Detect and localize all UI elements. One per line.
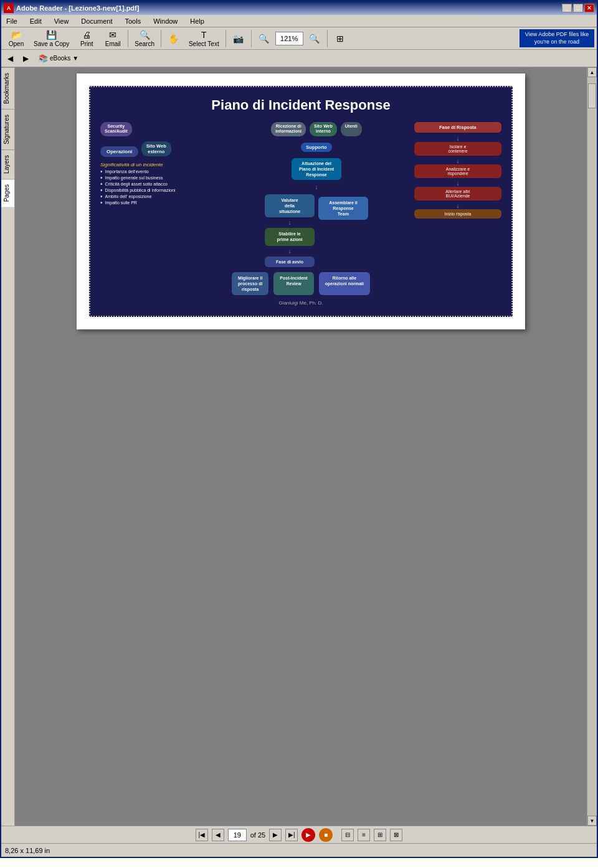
print-button[interactable]: 🖨 Print bbox=[74, 29, 99, 49]
window-frame: A Adobe Reader - [Lezione3-new[1].pdf] _… bbox=[0, 0, 598, 858]
slide-title: Piano di Incident Response bbox=[100, 97, 501, 113]
separator-1 bbox=[128, 30, 128, 47]
hand-tool-button[interactable]: ✋ bbox=[164, 29, 184, 49]
main-toolbar: 📂 Open 💾 Save a Copy 🖨 Print ✉ Email 🔍 S… bbox=[1, 27, 597, 50]
box-fase-avvio: Fase di avvio bbox=[265, 257, 315, 267]
zoom-input[interactable] bbox=[275, 32, 303, 45]
continuous-facing-button[interactable]: ⊠ bbox=[390, 829, 402, 841]
slide-right-column: Fase di Risposta ↓ Isolare econtenere ↓ … bbox=[414, 122, 501, 267]
bullet-2: • Impatto generale sul business bbox=[100, 176, 219, 181]
slide-center-column: Ricezione diinformazioni Sito Webinterno… bbox=[225, 122, 408, 267]
zoom-out-icon: 🔍 bbox=[258, 34, 270, 44]
sidebar-tab-bookmarks[interactable]: Bookmarks bbox=[1, 67, 14, 109]
stop-button[interactable]: ■ bbox=[319, 828, 333, 842]
slide-container: Piano di Incident Response SecurityScan/… bbox=[89, 86, 513, 317]
node-security-scan: SecurityScan/Audit bbox=[100, 122, 132, 136]
page-number-input[interactable] bbox=[228, 829, 247, 841]
separator-5 bbox=[327, 30, 328, 47]
left-sidebar: Bookmarks Signatures Layers Pages bbox=[1, 67, 15, 826]
menu-tools[interactable]: Tools bbox=[123, 16, 144, 26]
menu-view[interactable]: View bbox=[52, 16, 72, 26]
first-page-button[interactable]: |◀ bbox=[196, 829, 208, 841]
node-operazioni: Operazioni bbox=[100, 146, 138, 157]
menu-edit[interactable]: Edit bbox=[27, 16, 44, 26]
sidebar-tab-pages[interactable]: Pages bbox=[1, 179, 14, 207]
pdf-view-area: Piano di Incident Response SecurityScan/… bbox=[15, 67, 587, 826]
scroll-up-button[interactable]: ▲ bbox=[587, 67, 597, 77]
sidebar-tab-signatures[interactable]: Signatures bbox=[1, 109, 14, 149]
minimize-button[interactable]: _ bbox=[562, 4, 572, 12]
separator-2 bbox=[161, 30, 161, 47]
snapshot-button[interactable]: 📷 bbox=[229, 29, 249, 49]
page-dimensions: 8,26 x 11,69 in bbox=[5, 847, 50, 854]
email-icon: ✉ bbox=[107, 30, 119, 40]
zoom-out-button[interactable]: 🔍 bbox=[254, 29, 274, 49]
box-fase-risposta-label: Fase di Risposta bbox=[414, 122, 501, 133]
slide-diagram: SecurityScan/Audit Operazioni Sito Webes… bbox=[100, 122, 501, 267]
sidebar-tab-layers[interactable]: Layers bbox=[1, 149, 14, 179]
menu-help[interactable]: Help bbox=[187, 16, 207, 26]
save-copy-button[interactable]: 💾 Save a Copy bbox=[30, 29, 73, 49]
back-button[interactable]: ◀ bbox=[4, 51, 17, 66]
ebooks-dropdown-icon: ▼ bbox=[72, 55, 78, 62]
node-utenti: Utenti bbox=[341, 122, 362, 136]
adobe-banner: View Adobe PDF files like you're on the … bbox=[520, 29, 594, 47]
top-nodes-row: SecurityScan/Audit bbox=[100, 122, 219, 136]
scroll-thumb[interactable] bbox=[588, 83, 596, 108]
main-content-area: Bookmarks Signatures Layers Pages Piano … bbox=[1, 67, 597, 826]
fit-page-icon: ⊞ bbox=[334, 34, 346, 44]
node-sito-interno: Sito Webinterno bbox=[310, 122, 337, 136]
select-text-button[interactable]: T Select Text bbox=[185, 29, 223, 49]
center-process-col: Valutaredellasituazione ↓ Stabilire lepr… bbox=[265, 194, 315, 267]
email-button[interactable]: ✉ Email bbox=[100, 29, 125, 49]
vertical-scrollbar: ▲ ▼ bbox=[587, 67, 597, 826]
close-button[interactable]: ✕ bbox=[584, 4, 594, 12]
arrow-r3: ↓ bbox=[414, 180, 501, 187]
play-button[interactable]: ▶ bbox=[301, 828, 315, 842]
single-page-button[interactable]: ⊟ bbox=[341, 829, 354, 841]
open-icon: 📂 bbox=[10, 30, 22, 40]
continuous-button[interactable]: ≡ bbox=[358, 829, 370, 841]
sig-label: Significatività di un incidente bbox=[100, 162, 219, 167]
maximize-button[interactable]: □ bbox=[573, 4, 583, 12]
zoom-in-button[interactable]: 🔍 bbox=[305, 29, 325, 49]
zoom-in-icon: 🔍 bbox=[308, 34, 321, 44]
menu-document[interactable]: Document bbox=[78, 16, 115, 26]
forward-button[interactable]: ▶ bbox=[19, 51, 32, 66]
menu-bar: File Edit View Document Tools Window Hel… bbox=[1, 15, 597, 27]
box-inizio-risposta: Inizio risposta bbox=[414, 209, 501, 219]
open-button[interactable]: 📂 Open bbox=[4, 29, 29, 49]
node-sito-esterno: Sito Webesterno bbox=[141, 141, 171, 156]
navigation-bar: |◀ ◀ of 25 ▶ ▶| ▶ ■ ⊟ ≡ ⊞ ⊠ bbox=[1, 826, 597, 843]
prev-page-button[interactable]: ◀ bbox=[212, 829, 224, 841]
title-bar: A Adobe Reader - [Lezione3-new[1].pdf] _… bbox=[1, 1, 597, 15]
facing-button[interactable]: ⊞ bbox=[374, 829, 386, 841]
last-page-button[interactable]: ▶| bbox=[285, 829, 298, 841]
scroll-track[interactable] bbox=[587, 77, 597, 816]
status-bar: 8,26 x 11,69 in bbox=[1, 843, 597, 857]
scroll-down-button[interactable]: ▼ bbox=[587, 816, 597, 826]
select-icon: T bbox=[197, 30, 210, 40]
bottom-boxes-row: Migliorare ilprocesso dirisposta Post-In… bbox=[100, 272, 501, 295]
box-analizzare: Analizzare erispondere bbox=[414, 164, 501, 178]
box-allertare: Allertare altriBUI/Aziende bbox=[414, 187, 501, 200]
search-icon: 🔍 bbox=[138, 30, 151, 40]
search-button[interactable]: 🔍 Search bbox=[131, 29, 158, 49]
box-isolare: Isolare econtenere bbox=[414, 142, 501, 156]
node-supporto: Supporto bbox=[301, 143, 331, 152]
menu-window[interactable]: Window bbox=[151, 16, 180, 26]
separator-4 bbox=[251, 30, 252, 47]
fit-page-button[interactable]: ⊞ bbox=[330, 29, 350, 49]
print-icon: 🖨 bbox=[80, 30, 93, 40]
save-icon: 💾 bbox=[45, 30, 58, 40]
node-ricezione: Ricezione diinformazioni bbox=[271, 122, 306, 136]
arrow-r4: ↓ bbox=[414, 202, 501, 209]
app-icon: A bbox=[4, 3, 14, 13]
bullet-4: • Disponibilità pubblica di informazioni bbox=[100, 188, 219, 193]
center-mid-row: Valutaredellasituazione ↓ Stabilire lepr… bbox=[265, 194, 368, 267]
ebooks-button[interactable]: 📚 eBooks ▼ bbox=[35, 51, 82, 66]
menu-file[interactable]: File bbox=[4, 16, 20, 26]
box-stabilire: Stabilire leprime azioni bbox=[265, 228, 315, 245]
text-content-area: La fase di risposta viene vista come men… bbox=[0, 858, 598, 868]
next-page-button[interactable]: ▶ bbox=[269, 829, 282, 841]
